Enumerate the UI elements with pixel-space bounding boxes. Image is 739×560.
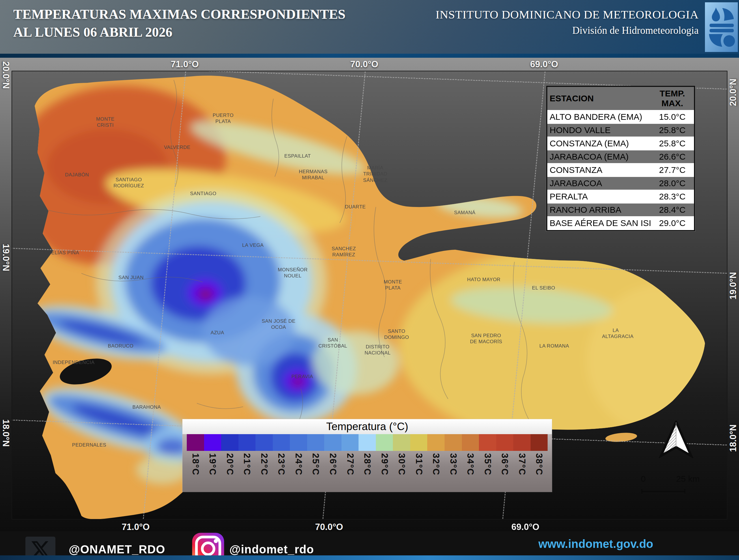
title-line-1: TEMPERATURAS MAXIMAS CORRESPONDIENTES (13, 5, 345, 23)
legend-tick-label: 18°C (187, 453, 204, 475)
table-row: HONDO VALLE 25.8°C (547, 124, 694, 137)
axis-label: 19.0°N (1, 244, 11, 271)
institute-name: INSTITUTO DOMINICANO DE METEOROLOGIA (436, 7, 699, 21)
legend-color-cell (462, 434, 479, 451)
legend-color-cell (239, 434, 256, 451)
legend-tick-label: 26°C (324, 453, 341, 475)
weather-map-page: TEMPERATURAS MAXIMAS CORRESPONDIENTES AL… (0, 0, 739, 560)
institute-block: INSTITUTO DOMINICANO DE METEOROLOGIA Div… (436, 7, 699, 36)
province-label: SAN JOSÉ DE OCOA (261, 318, 297, 330)
axis-label: 18.0°N (728, 424, 738, 452)
station-temp: 15.0°C (651, 110, 694, 124)
page-title: TEMPERATURAS MAXIMAS CORRESPONDIENTES AL… (13, 5, 345, 41)
legend-color-cell (513, 434, 531, 451)
axis-label: 19.0°N (728, 272, 738, 299)
station-name: CONSTANZA (EMA) (547, 137, 651, 150)
footer: @ONAMET_RDO @indomet_rdo www.in (0, 531, 739, 560)
legend-color-cell (273, 434, 290, 451)
legend-color-cell (256, 434, 273, 451)
legend-color-cell (187, 434, 204, 451)
table-row: JARABACOA (EMA) 26.6°C (547, 150, 694, 163)
instagram-handle[interactable]: @indomet_rdo (229, 543, 314, 556)
province-label: DAJABÓN (48, 172, 106, 178)
temperature-legend: Temperatura (°C) 18°C19°C20°C21°C22°C23°… (182, 419, 552, 492)
axis-label: 71.0°O (171, 59, 199, 69)
table-row: JARABACOA 28.0°C (547, 177, 694, 190)
legend-labels: 18°C19°C20°C21°C22°C23°C24°C25°C26°C27°C… (187, 453, 548, 475)
province-label: BAORUCO (92, 343, 150, 349)
province-label: SANTIAGO RODRÍGUEZ (112, 177, 146, 189)
table-row: CONSTANZA (EMA) 25.8°C (547, 137, 694, 150)
axis-label: 69.0°O (511, 522, 540, 532)
legend-tick-label: 30°C (393, 453, 410, 475)
legend-tick-label: 32°C (427, 453, 445, 475)
legend-color-cell (307, 434, 324, 451)
legend-color-cell (445, 434, 462, 451)
header: TEMPERATURAS MAXIMAS CORRESPONDIENTES AL… (0, 0, 739, 54)
province-label: EL SEIBO (515, 285, 572, 291)
province-label: MONTE CRISTI (92, 116, 119, 128)
table-header-station: ESTACION (547, 87, 651, 110)
legend-color-cell (410, 434, 428, 451)
station-temp: 26.6°C (651, 150, 694, 163)
station-temp: 28.0°C (651, 177, 694, 190)
axis-label: 20.0°N (1, 61, 11, 89)
legend-color-cell (496, 434, 513, 451)
title-line-2: AL LUNES 06 ABRIL 2026 (13, 23, 345, 41)
website-link[interactable]: www.indomet.gov.do (538, 538, 653, 550)
station-temp: 29.0°C (651, 217, 694, 230)
province-label: SANCHEZ RAMÍREZ (328, 246, 360, 258)
table-row: CONSTANZA 27.7°C (547, 163, 694, 177)
axis-label: 70.0°O (315, 522, 343, 532)
institute-division: División de Hidrometeorologia (436, 25, 699, 36)
station-temp: 28.4°C (651, 203, 694, 217)
province-label: SAN PEDRO DE MACORÍS (467, 332, 505, 345)
map-frame: MONTE CRISTIPUERTO PLATAVALVERDEESPAILLA… (12, 71, 727, 520)
legend-tick-label: 20°C (221, 453, 239, 475)
province-label: SAMANÁ (436, 209, 494, 216)
axis-label: 70.0°O (350, 59, 379, 69)
indomet-logo-icon (705, 2, 738, 52)
legend-tick-label: 31°C (410, 453, 428, 475)
table-row: PERALTA 28.3°C (547, 190, 694, 203)
province-label: ELÍAS PIÑA (36, 250, 94, 256)
province-label: LA ROMANA (526, 343, 583, 349)
province-label: BARAHONA (118, 404, 175, 410)
legend-tick-label: 37°C (513, 453, 531, 475)
station-name: BASE AÉREA DE SAN ISIDR (547, 217, 651, 230)
legend-tick-label: 28°C (358, 453, 376, 475)
province-label: PUERTO PLATA (209, 112, 237, 125)
province-label: LA VEGA (224, 242, 282, 248)
province-label: DUARTE (326, 204, 384, 210)
legend-color-cell (324, 434, 341, 451)
scale-start-label: 0 (641, 474, 646, 484)
station-name: ALTO BANDERA (EMA) (547, 110, 651, 124)
legend-color-cell (290, 434, 307, 451)
legend-color-cell (393, 434, 410, 451)
legend-title: Temperatura (°C) (326, 421, 408, 433)
province-label: LA ALTAGRACIA (602, 327, 630, 340)
legend-tick-label: 27°C (341, 453, 359, 475)
axis-label: 71.0°O (122, 522, 150, 532)
legend-tick-label: 34°C (462, 453, 479, 475)
legend-color-cell (376, 434, 393, 451)
twitter-handle[interactable]: @ONAMET_RDO (69, 543, 165, 556)
legend-tick-label: 35°C (479, 453, 496, 475)
province-label: SANTO DOMINGO (382, 328, 411, 340)
footer-blue-bar (0, 555, 739, 560)
legend-tick-label: 36°C (496, 453, 513, 475)
legend-tick-label: 38°C (531, 453, 548, 475)
table-row: ALTO BANDERA (EMA) 15.0°C (547, 110, 694, 124)
north-arrow-icon (659, 421, 693, 458)
legend-color-cell (204, 434, 221, 451)
legend-tick-label: 19°C (204, 453, 221, 475)
station-table: ESTACION TEMP. MAX. ALTO BANDERA (EMA) 1… (546, 86, 695, 231)
table-header-temp: TEMP. MAX. (651, 87, 694, 110)
province-label: INDEPENDENCIA (42, 360, 105, 366)
legend-color-cell (341, 434, 359, 451)
province-label: AZUA (188, 330, 246, 336)
province-label: PERAVIA (273, 374, 331, 380)
legend-tick-label: 33°C (445, 453, 462, 475)
table-row: BASE AÉREA DE SAN ISIDR 29.0°C (547, 217, 694, 230)
province-label: HATO MAYOR (455, 277, 513, 283)
